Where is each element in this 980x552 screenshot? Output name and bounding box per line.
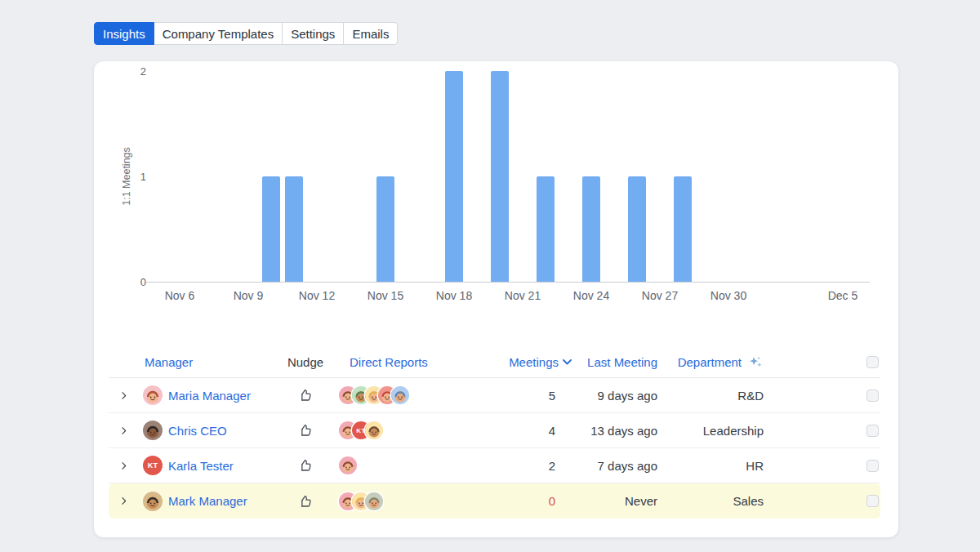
last-meeting-value: Never [575,494,661,508]
x-tick-label: Dec 5 [828,289,858,302]
thumbs-up-icon[interactable] [298,494,313,509]
row-checkbox[interactable] [866,390,879,402]
table-row-maria-manager[interactable]: Maria Manager59 days agoR&D [109,378,880,413]
x-tick-label: Nov 30 [710,289,746,302]
column-header-direct-reports[interactable]: Direct Reports [330,355,489,369]
direct-reports-cell [330,386,489,404]
manager-cell: Chris CEO [138,421,281,440]
meetings-header-label: Meetings [509,355,559,369]
nudge-cell [281,388,330,403]
manager-cell: KTKarla Tester [138,456,281,475]
meetings-count: 0 [489,494,575,508]
row-checkbox[interactable] [866,460,879,472]
thumbs-up-icon[interactable] [298,458,313,473]
bar-nov-15 [376,176,394,282]
row-checkbox[interactable] [866,425,879,437]
row-checkbox-cell [848,495,880,507]
department-value: R&D [661,389,767,403]
x-tick-label: Nov 27 [642,289,678,302]
y-tick-label: 1 [118,171,146,183]
department-value: Sales [661,494,767,508]
managers-table: Manager Nudge Direct Reports Meetings La… [109,347,880,519]
chevron-right-icon[interactable] [118,390,129,401]
report-avatar [365,421,383,439]
expand-cell [109,461,138,471]
bar-nov-24 [582,176,600,282]
select-all-checkbox[interactable] [866,356,879,368]
report-avatar [365,492,383,510]
meetings-count: 2 [489,459,575,473]
manager-name-link[interactable]: Karla Tester [168,459,234,473]
x-tick-label: Nov 9 [234,289,264,302]
y-tick-label: 2 [118,65,146,78]
x-tick-label: Nov 18 [436,289,472,302]
x-axis-line [145,282,870,283]
tab-emails[interactable]: Emails [343,22,398,45]
last-meeting-value: 13 days ago [575,424,661,438]
row-checkbox-cell [848,460,880,472]
department-header-label: Department [678,355,742,369]
department-value: HR [661,459,767,473]
tab-bar: InsightsCompany TemplatesSettingsEmails [94,22,398,45]
report-avatar [339,456,357,474]
direct-reports-cell [330,492,489,510]
bar-nov-18 [445,71,463,282]
manager-avatar [143,385,163,405]
column-header-nudge: Nudge [281,355,330,369]
bar-nov-22 [537,176,555,282]
last-meeting-value: 7 days ago [575,459,661,473]
row-checkbox-cell [848,390,880,402]
manager-avatar [143,492,163,511]
tab-settings[interactable]: Settings [282,22,344,45]
last-meeting-value: 9 days ago [575,389,661,403]
x-tick-label: Nov 6 [165,289,195,302]
row-checkbox[interactable] [866,495,879,507]
thumbs-up-icon[interactable] [298,388,313,403]
report-avatar [391,386,409,404]
manager-name-link[interactable]: Chris CEO [168,424,227,438]
nudge-cell [281,458,330,473]
table-header-row: Manager Nudge Direct Reports Meetings La… [109,347,880,378]
x-tick-label: Nov 21 [505,289,541,302]
thumbs-up-icon[interactable] [298,423,313,438]
meetings-count: 5 [489,389,575,403]
manager-name-link[interactable]: Mark Manager [168,494,247,508]
column-header-last-meeting[interactable]: Last Meeting [575,355,661,369]
tab-company-templates[interactable]: Company Templates [154,22,283,45]
row-checkbox-cell [848,425,880,437]
meetings-count: 4 [489,424,575,438]
sparkles-icon[interactable] [748,354,764,370]
direct-reports-cell [330,456,489,474]
expand-cell [109,496,138,506]
bar-nov-26 [628,176,646,282]
table-row-mark-manager[interactable]: Mark Manager0NeverSales [109,483,880,519]
tab-insights[interactable]: Insights [94,22,154,45]
nudge-cell [281,423,330,438]
table-row-karla-tester[interactable]: KTKarla Tester27 days agoHR [109,448,880,483]
expand-cell [109,425,138,436]
bar-nov-11 [285,176,303,282]
manager-name-link[interactable]: Maria Manager [168,389,251,403]
x-tick-label: Nov 15 [368,289,403,302]
manager-avatar [143,421,163,440]
column-header-department[interactable]: Department [661,354,767,370]
select-all-cell [848,356,880,368]
expand-cell [109,390,138,401]
manager-cell: Mark Manager [138,492,281,511]
manager-avatar: KT [143,456,163,475]
bar-nov-28 [674,176,692,282]
chevron-right-icon[interactable] [118,425,129,436]
bar-nov-20 [491,71,509,282]
chevron-right-icon[interactable] [118,461,129,471]
department-value: Leadership [661,424,767,438]
column-header-manager[interactable]: Manager [138,355,281,369]
table-row-chris-ceo[interactable]: Chris CEOKT413 days agoLeadership [109,413,880,448]
chevron-down-icon [563,359,572,365]
direct-reports-cell: KT [330,421,489,439]
y-tick-label: 0 [118,276,146,288]
column-header-meetings[interactable]: Meetings [489,355,575,369]
chevron-right-icon[interactable] [118,496,129,506]
nudge-cell [281,494,330,509]
manager-table-body: Maria Manager59 days agoR&DChris CEOKT41… [109,378,880,519]
bar-nov-10 [262,176,280,282]
